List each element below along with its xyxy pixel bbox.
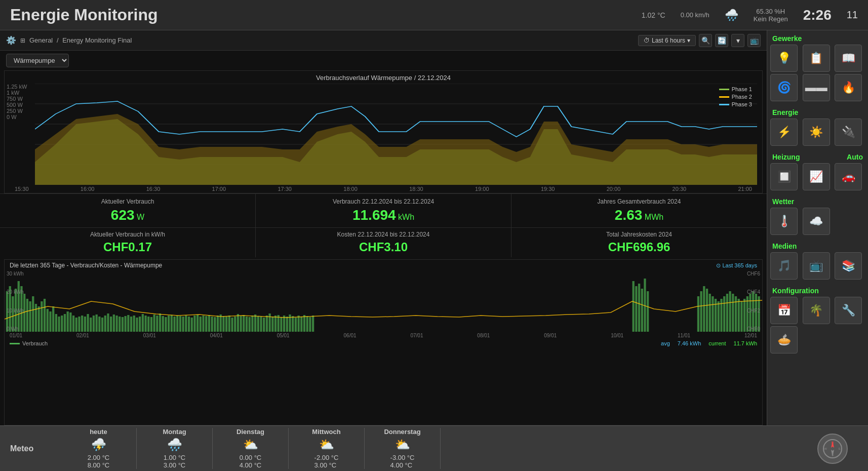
more-button[interactable]: ▾ bbox=[731, 34, 744, 47]
svg-rect-56 bbox=[144, 316, 146, 332]
icon-wrench[interactable]: 🔧 bbox=[835, 297, 862, 324]
svg-rect-78 bbox=[208, 315, 210, 332]
icon-media-lib[interactable]: 📚 bbox=[835, 252, 862, 280]
current-unit: W bbox=[137, 213, 144, 221]
chart2-y-left: 30 kWh 20 kWh 10 kWh 0 Wh bbox=[5, 271, 26, 332]
svg-rect-30 bbox=[69, 312, 71, 332]
icon-car[interactable]: 🚗 bbox=[835, 163, 862, 190]
icon-heater[interactable]: ▬▬ bbox=[803, 74, 830, 101]
svg-rect-75 bbox=[200, 317, 202, 332]
svg-rect-88 bbox=[237, 314, 239, 332]
svg-rect-112 bbox=[306, 316, 308, 332]
svg-rect-72 bbox=[191, 318, 193, 332]
icon-light[interactable]: 💡 bbox=[770, 45, 798, 72]
icon-fan[interactable]: 🌀 bbox=[770, 74, 798, 101]
mittwoch-temps: -2.00 °C 3.00 °C bbox=[314, 454, 339, 469]
daily-value: 11.694 bbox=[352, 207, 396, 223]
svg-rect-79 bbox=[211, 317, 213, 332]
svg-rect-29 bbox=[67, 311, 69, 332]
weather-dienstag: Dienstag ⛅ 0.00 °C 4.00 °C bbox=[213, 428, 289, 469]
svg-rect-57 bbox=[147, 317, 149, 332]
y-axis-labels: 1.25 kW 1 kW 750 W 500 W 250 W 0 W bbox=[5, 84, 30, 120]
svg-rect-39 bbox=[96, 315, 98, 332]
svg-rect-34 bbox=[81, 316, 83, 332]
svg-rect-65 bbox=[171, 315, 173, 332]
svg-rect-26 bbox=[58, 317, 60, 332]
current-value: 623 bbox=[111, 207, 135, 223]
svg-rect-135 bbox=[738, 299, 740, 332]
section-heizung: Heizung bbox=[767, 149, 805, 163]
chart2-stats: avg 7.46 kWh current 11.7 kWh bbox=[661, 340, 757, 346]
svg-rect-133 bbox=[732, 294, 734, 332]
mittwoch-label: Mittwoch bbox=[312, 428, 340, 436]
svg-rect-130 bbox=[723, 296, 725, 332]
icon-radiator[interactable]: 🔥 bbox=[835, 74, 862, 101]
svg-rect-50 bbox=[127, 315, 129, 332]
header-bar: ⚙️ ⊞ General / Energy Monitoring Final ⏱… bbox=[0, 30, 767, 51]
icon-list[interactable]: 📋 bbox=[803, 45, 830, 72]
section-energie: Energie bbox=[767, 104, 868, 119]
svg-rect-25 bbox=[55, 314, 57, 332]
right-panel: Gewerke 💡 📋 📖 🌀 ▬▬ 🔥 Energie ⚡ ☀️ 🔌 Heiz… bbox=[767, 30, 868, 425]
annual-label: Jahres Gesamtverbrauch 2024 bbox=[518, 198, 761, 205]
annual-cost-value: CHF696.96 bbox=[518, 240, 761, 254]
dienstag-temps: 0.00 °C 4.00 °C bbox=[240, 454, 262, 469]
icon-holiday[interactable]: 🌴 bbox=[803, 297, 830, 324]
svg-rect-89 bbox=[240, 316, 242, 332]
current-kwh-label: Aktueller Verbrauch in kW/h bbox=[6, 231, 249, 238]
icon-tv[interactable]: 📺 bbox=[803, 252, 830, 280]
daily-label: Verbrauch 22.12.2024 bis 22.12.2024 bbox=[262, 198, 505, 205]
time-range-button[interactable]: ⏱ Last 6 hours ▾ bbox=[638, 35, 696, 46]
weather-bar: 1.02 °C 0.00 km/h 🌧️ 65.30 %H Kein Regen… bbox=[642, 7, 858, 23]
svg-rect-87 bbox=[234, 317, 236, 332]
icon-plug[interactable]: 🔌 bbox=[835, 119, 862, 146]
svg-text:S: S bbox=[832, 453, 834, 456]
icon-book[interactable]: 📖 bbox=[835, 45, 862, 72]
icon-weather1[interactable]: 🌡️ bbox=[770, 208, 798, 235]
chart2-title: Die letzten 365 Tage - Verbrauch/Kosten … bbox=[10, 262, 162, 269]
zoom-button[interactable]: 🔍 bbox=[699, 34, 712, 47]
humidity-info: 65.30 %H Kein Regen bbox=[754, 8, 788, 23]
icon-chart[interactable]: 📈 bbox=[803, 163, 830, 190]
daily-value-display: 11.694 kWh bbox=[262, 207, 505, 223]
section-auto: Auto bbox=[842, 149, 868, 163]
current-stat-label: current bbox=[708, 340, 726, 346]
icon-heating[interactable]: 🔲 bbox=[770, 163, 798, 190]
svg-rect-100 bbox=[271, 317, 273, 332]
svg-rect-83 bbox=[222, 316, 224, 332]
mittwoch-icon: ⛅ bbox=[319, 438, 334, 452]
svg-rect-43 bbox=[107, 313, 109, 332]
wetter-grid: 🌡️ ☁️ bbox=[767, 208, 868, 238]
phase3-color bbox=[719, 104, 729, 105]
svg-rect-42 bbox=[104, 316, 106, 332]
icon-pie[interactable]: 🥧 bbox=[770, 326, 798, 354]
donnerstag-label: Donnerstag bbox=[384, 428, 420, 436]
device-selector[interactable]: Wärmepumpe bbox=[6, 54, 69, 67]
svg-rect-15 bbox=[26, 299, 28, 332]
svg-rect-41 bbox=[101, 318, 103, 332]
svg-rect-96 bbox=[260, 317, 262, 332]
svg-rect-77 bbox=[205, 316, 207, 332]
svg-rect-36 bbox=[87, 314, 89, 332]
svg-rect-92 bbox=[249, 317, 251, 332]
chart-legend: Phase 1 Phase 2 Phase 3 bbox=[719, 86, 752, 107]
main-chart-wrapper: Verbrauchsverlauf Wärmepumpe / 22.12.202… bbox=[4, 70, 763, 193]
chevron-down-icon: ▾ bbox=[687, 37, 690, 44]
svg-rect-52 bbox=[133, 316, 135, 332]
icon-solar[interactable]: ☀️ bbox=[803, 119, 830, 146]
display-button[interactable]: 📺 bbox=[747, 34, 761, 47]
icon-weather2[interactable]: ☁️ bbox=[803, 208, 830, 235]
dienstag-label: Dienstag bbox=[236, 428, 264, 436]
refresh-button[interactable]: 🔄 bbox=[715, 34, 728, 47]
icon-calendar[interactable]: 📅 bbox=[770, 297, 798, 324]
temp-reading: 1.02 °C bbox=[642, 11, 665, 19]
compass-button[interactable]: N S W E bbox=[817, 434, 848, 464]
svg-rect-95 bbox=[257, 316, 259, 332]
icon-lightning[interactable]: ⚡ bbox=[770, 119, 798, 146]
svg-text:N: N bbox=[832, 441, 834, 444]
icon-music[interactable]: 🎵 bbox=[770, 252, 798, 280]
daily-consumption: Verbrauch 22.12.2024 bis 22.12.2024 11.6… bbox=[256, 194, 511, 227]
svg-rect-118 bbox=[641, 289, 643, 332]
svg-rect-123 bbox=[703, 286, 705, 332]
svg-rect-33 bbox=[78, 317, 80, 332]
